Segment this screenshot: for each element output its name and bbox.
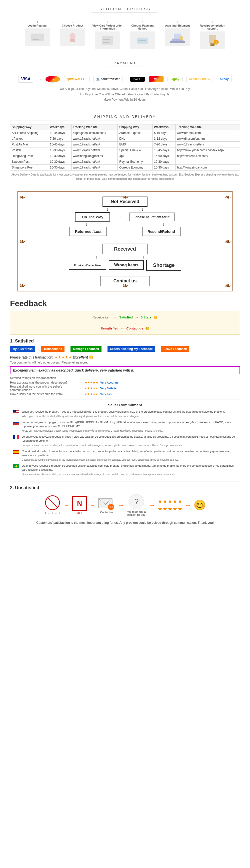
payment-alipay: Alipay bbox=[217, 76, 232, 82]
unsat-col-4: ? We must find a solution for you. bbox=[127, 494, 146, 516]
stars-unsat-2: ★★★★★ bbox=[157, 506, 182, 512]
step-2-num: 2 bbox=[72, 20, 73, 23]
svg-text:✓: ✓ bbox=[215, 40, 218, 44]
detail-q2: How satisfied were you with the seller's… bbox=[10, 385, 82, 392]
table-row: HongKong Post10-30 dayswww.hongkongpost.… bbox=[10, 153, 240, 159]
unsat-arrow-2: → bbox=[90, 502, 96, 509]
commitments-container: When you receive the product, if you are… bbox=[13, 410, 237, 476]
step-3-num: 3 bbox=[107, 20, 108, 23]
payment-qiwi: QIWI WALLET bbox=[64, 76, 90, 82]
detail-row-3: How quickly did the seller ship the item… bbox=[10, 392, 240, 396]
commitment-text: Когда вы получаете продукт, если вы НЕ У… bbox=[22, 420, 237, 433]
happy-emoji: 😊 bbox=[193, 499, 206, 511]
ornament-tl: ❧ bbox=[19, 193, 25, 202]
feedback-flow-row-3: Unsatisfied → Contact us 😟 bbox=[15, 326, 235, 331]
detail-stars-2: ★★★★★ bbox=[84, 386, 98, 390]
flow-wrong-items: Wrong items bbox=[109, 260, 144, 270]
step-5: 5 Awaiting Shipment bbox=[161, 20, 194, 49]
flow-arrows-row: ↓ ↓ bbox=[28, 222, 222, 227]
detail-q3: How quickly did the seller ship the item… bbox=[10, 392, 82, 396]
rating-emoji: 😊 bbox=[89, 355, 93, 359]
flowchart-section: ❧ ❧ ❧ ❧ ❧ ❧ ❧ ❧ Not Received ↓ ↓ On The … bbox=[17, 191, 233, 291]
payment-maestro: m bbox=[45, 75, 60, 83]
stop-label: STOP bbox=[76, 512, 83, 515]
steps-row: 1 Log In Register 2 Choose Product bbox=[10, 20, 240, 49]
stars-unsat: ★★★★★ bbox=[157, 498, 182, 505]
rating-quality: Excellent bbox=[73, 355, 88, 359]
unsatisfied-section: 2. Unsatisfied ★ ★★★★ → N STOP bbox=[10, 485, 240, 526]
nav-my-aliexpress[interactable]: My Aliexpress bbox=[10, 346, 35, 352]
nav-manage-feedback[interactable]: Manage Feedback bbox=[71, 346, 101, 352]
commitment-row: Cuando usted recibe el producto, si le n… bbox=[13, 449, 237, 462]
nav-orders-awaiting[interactable]: Orders Awaiting My Feedback bbox=[107, 346, 155, 352]
contact-us-unsat-label: Contact us bbox=[100, 511, 113, 514]
flow-please-be-patient: Please be Patient for it bbox=[129, 213, 175, 221]
unsat-arrow-5: → bbox=[185, 502, 191, 509]
n-icon: N bbox=[72, 496, 87, 511]
commitment-text: Lorsque vous recevez le produit, si vous… bbox=[22, 435, 237, 447]
fb-emoji-sad: 😟 bbox=[145, 327, 149, 330]
nav-leave-feedback[interactable]: Leave Feedback bbox=[161, 346, 189, 352]
feedback-section: Feedback Receive item → Satisfied → 5 St… bbox=[0, 297, 250, 534]
svg-text:✉: ✉ bbox=[110, 505, 113, 509]
nav-arrow-1: → bbox=[35, 347, 41, 351]
payment-arrow-1: → bbox=[37, 76, 41, 82]
flow-col-left: On The Way bbox=[75, 212, 110, 222]
flow-on-the-way: On The Way bbox=[75, 212, 110, 222]
svg-point-4 bbox=[70, 33, 75, 39]
shipping-note: Above Delivery Date is applicable for mo… bbox=[10, 173, 240, 181]
detail-a2: Very Satisfied bbox=[100, 387, 118, 390]
shipping-title: SHIPPING AND DELIVERY bbox=[10, 113, 240, 120]
seller-title: Seller Commitment bbox=[13, 403, 237, 407]
commitment-text: Cuando usted recibe el producto, si le n… bbox=[22, 449, 237, 462]
nav-transactions[interactable]: Transactions bbox=[41, 346, 65, 352]
flow-row-3: Returned /Lost Resend/Refund bbox=[28, 227, 222, 236]
detail-q1: How accurate was the product description… bbox=[10, 381, 82, 384]
review-content: Excellent item, exactly as described, qu… bbox=[10, 366, 240, 374]
fb-contact-label: Contact us bbox=[126, 327, 143, 330]
payment-visa: VISA bbox=[18, 75, 33, 83]
feedback-flow-row-1: Receive item → Satisfied → 5 Stars 😊 bbox=[15, 315, 235, 319]
table-row: Singerpore Post10-30 dayswww.17track.net… bbox=[10, 164, 240, 170]
col-shipping-way-2: Shipping Way bbox=[118, 124, 152, 130]
svg-rect-6 bbox=[102, 36, 113, 44]
ornament-tc: ❧ bbox=[122, 193, 128, 202]
table-row: AliExpress Shipping10-45 dayshttp://glob… bbox=[10, 130, 240, 136]
table-row: ePacket7-20 dayswww.17track.net/en/DHL3-… bbox=[10, 136, 240, 142]
flowchart-container: Not Received ↓ ↓ On The Way ↔ Please be … bbox=[28, 196, 222, 286]
unsat-col-5: ★★★★★ ★★★★★ bbox=[157, 498, 182, 512]
step-5-label: Awaiting Shipment bbox=[165, 24, 190, 27]
payment-bank: 🏦 bank transfer bbox=[93, 76, 122, 82]
flow-row-4: Broken/Defective Wrong items Shortage bbox=[28, 260, 222, 271]
fb-arrow-1: → bbox=[113, 315, 117, 319]
nav-arrow-4: → bbox=[155, 347, 161, 351]
no-sign-icon bbox=[45, 495, 60, 510]
seller-commitment-section: Seller Commitment When you receive the p… bbox=[10, 400, 240, 482]
unsat-col-3: ✉ Contact us bbox=[98, 496, 115, 514]
table-row: PostNL10-30 dayswww.17track.net/en/Speci… bbox=[10, 147, 240, 153]
payment-liqpay: liqpay bbox=[168, 76, 182, 82]
flow-arrow-down-2: ↓ bbox=[85, 222, 87, 227]
table-row: Post Air Mail15-45 dayswww.17track.net/e… bbox=[10, 142, 240, 147]
unsat-col-1: ★ ★★★★ bbox=[44, 495, 61, 515]
rating-line: Please rate this transaction: ★★★★★ Exce… bbox=[10, 355, 240, 360]
detail-stars-1: ★★★★★ bbox=[84, 381, 98, 384]
nav-steps: My Aliexpress → Transactions → Manage Fe… bbox=[10, 346, 240, 352]
step-4-image bbox=[130, 32, 155, 49]
flow-resend: Resend/Refund bbox=[142, 227, 180, 236]
detail-row-2: How satisfied were you with the seller's… bbox=[10, 385, 240, 392]
step-1-num: 1 bbox=[37, 20, 38, 23]
shopping-section: SHOPPING PROCESS 1 Log In Register 2 Cho… bbox=[0, 0, 250, 54]
payment-mastercard: MC bbox=[149, 76, 164, 82]
flow-arrow-down-1: ↓ ↓ bbox=[107, 207, 143, 212]
no-sign-container bbox=[45, 495, 60, 510]
commitment-row: Когда вы получаете продукт, если вы НЕ У… bbox=[13, 420, 237, 433]
payment-section: PAYMENT VISA → m QIWI WALLET 🏦 bank tran… bbox=[0, 54, 250, 107]
shipping-table: Shipping Way Weekdays Tracking Website S… bbox=[10, 124, 240, 170]
detailed-ratings: Detailed ratings on this transaction How… bbox=[10, 376, 240, 396]
unsat-arrow-4: → bbox=[149, 502, 155, 509]
unsat-col-2: N STOP bbox=[72, 496, 87, 515]
final-note: Customers' satisfaction is the most impo… bbox=[10, 520, 240, 526]
step-3: 3 View Cart Perfect order information bbox=[91, 20, 124, 49]
detailed-title: Detailed ratings on this transaction bbox=[10, 376, 240, 380]
